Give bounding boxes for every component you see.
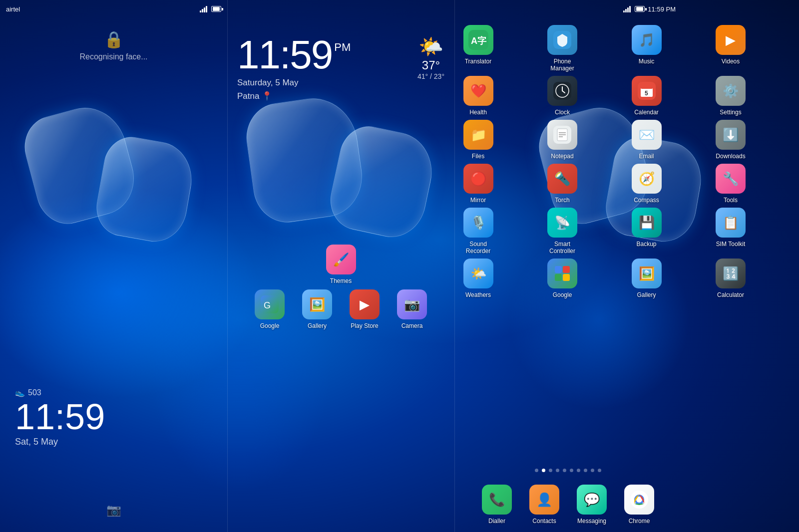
sound-recorder-label: Sound Recorder (459, 241, 497, 255)
lock-date: Sat, 5 May (15, 437, 105, 447)
signal-icon-middle (623, 5, 631, 12)
email-icon: ✉️ (632, 120, 662, 150)
camera-label: Camera (401, 322, 423, 329)
app-downloads[interactable]: ⬇️ Downloads (712, 120, 750, 160)
app-google[interactable]: G Google (251, 289, 289, 329)
clock-date: Saturday, 5 May (237, 78, 351, 88)
clock-minute: 59 (290, 32, 332, 77)
app-themes[interactable]: 🖌️ Themes (322, 245, 360, 284)
settings-label: Settings (720, 109, 741, 116)
weather-icon: 🌤️ (417, 35, 444, 58)
app-settings[interactable]: ⚙️ Settings (712, 76, 750, 116)
app-videos[interactable]: ▶ Videos (712, 25, 750, 72)
panel-divider-1 (227, 0, 228, 532)
app-google-2[interactable]: Google (544, 259, 581, 298)
calculator-label: Calculator (717, 291, 744, 298)
app-clock[interactable]: Clock (544, 76, 581, 116)
app-torch[interactable]: 🔦 Torch (544, 164, 581, 204)
music-label: Music (639, 58, 654, 65)
health-label: Health (469, 109, 487, 116)
sim-toolkit-label: SIM Toolkit (716, 241, 745, 248)
health-icon: ❤️ (463, 76, 493, 106)
steps-info: 👟 503 (15, 388, 41, 397)
torch-icon: 🔦 (547, 164, 577, 194)
svg-rect-23 (563, 266, 570, 273)
middle-apps: 🖌️ Themes G Google 🖼️ Gallery ▶ Play Sto… (251, 245, 431, 329)
files-label: Files (472, 153, 484, 160)
downloads-icon: ⬇️ (716, 120, 746, 150)
gallery-2-icon: 🖼️ (632, 259, 662, 288)
app-phone-manager[interactable]: Phone Manager (544, 25, 581, 72)
app-tools[interactable]: 🔧 Tools (712, 164, 750, 204)
app-sound-recorder[interactable]: 🎙️ Sound Recorder (459, 208, 497, 255)
steps-count: 503 (28, 388, 41, 397)
app-smart-controller[interactable]: 📡 Smart Controller (544, 208, 581, 255)
mirror-icon: 🔴 (463, 164, 493, 194)
svg-text:A字: A字 (471, 35, 487, 46)
notepad-label: Notepad (551, 153, 573, 160)
app-notepad[interactable]: Notepad (544, 120, 581, 160)
compass-label: Compass (634, 197, 659, 204)
camera-icon-lock[interactable]: 📷 (106, 503, 121, 517)
location-pin-icon: 📍 (262, 91, 272, 101)
themes-icon: 🖌️ (326, 245, 356, 274)
app-translator[interactable]: A字 Translator (459, 25, 497, 72)
app-compass[interactable]: 🧭 Compass (628, 164, 665, 204)
torch-label: Torch (555, 197, 569, 204)
svg-text:G: G (264, 300, 271, 310)
carrier-name: airtel (6, 5, 20, 13)
carrier-left: airtel (6, 5, 114, 13)
lock-big-time: 11:59 (15, 399, 105, 435)
status-middle-right: 11:59 PM (568, 5, 676, 13)
app-files[interactable]: 📁 Files (459, 120, 497, 160)
gallery-2-label: Gallery (637, 291, 656, 298)
status-bar-left: airtel (0, 0, 227, 18)
app-gallery[interactable]: 🖼️ Gallery (299, 289, 336, 329)
app-sim-toolkit[interactable]: 📋 SIM Toolkit (712, 208, 750, 255)
calendar-icon: 5 (632, 76, 662, 106)
videos-label: Videos (722, 58, 740, 65)
themes-label: Themes (330, 277, 352, 284)
translator-label: Translator (465, 58, 492, 65)
app-playstore[interactable]: ▶ Play Store (346, 289, 384, 329)
email-label: Email (639, 153, 654, 160)
recognizing-text: Recognising face... (79, 52, 147, 61)
app-backup[interactable]: 💾 Backup (628, 208, 665, 255)
compass-icon: 🧭 (632, 164, 662, 194)
status-icons-left (114, 5, 222, 12)
weather-icon-app: 🌤️ (463, 259, 493, 288)
battery-icon (211, 6, 221, 12)
app-camera[interactable]: 📷 Camera (394, 289, 431, 329)
svg-text:5: 5 (645, 90, 648, 97)
status-bar-middle: 11:59 PM (454, 0, 682, 18)
tools-icon: 🔧 (716, 164, 746, 194)
steps-icon: 👟 (15, 388, 25, 397)
clock-colon: : (280, 32, 290, 77)
app-email[interactable]: ✉️ Email (628, 120, 665, 160)
app-gallery-2[interactable]: 🖼️ Gallery (628, 259, 665, 298)
mirror-label: Mirror (470, 197, 486, 204)
tools-label: Tools (724, 197, 738, 204)
lock-time-widget: 11:59 Sat, 5 May (15, 399, 105, 447)
app-mirror[interactable]: 🔴 Mirror (459, 164, 497, 204)
app-music[interactable]: 🎵 Music (628, 25, 665, 72)
svg-rect-22 (555, 266, 562, 273)
videos-icon: ▶ (716, 25, 746, 55)
camera-icon: 📷 (397, 289, 427, 319)
app-calculator[interactable]: 🔢 Calculator (712, 259, 750, 298)
clock-icon (547, 76, 577, 106)
app-weather[interactable]: 🌤️ Weathers (459, 259, 497, 298)
clock-hour: 11 (237, 32, 280, 77)
app-calendar[interactable]: 5 Calendar (628, 76, 665, 116)
weather-label: Weathers (465, 291, 491, 298)
weather-widget: 🌤️ 37° 41° / 23° (417, 35, 444, 80)
time-middle: 11:59 PM (648, 5, 676, 13)
sim-toolkit-icon: 📋 (716, 208, 746, 238)
google-icon: G (255, 289, 285, 319)
svg-rect-24 (555, 274, 562, 281)
app-grid-right: A字 Translator Phone Manager 🎵 Music ▶ Vi… (454, 20, 799, 303)
middle-app-row-2: G Google 🖼️ Gallery ▶ Play Store 📷 Camer… (251, 289, 431, 329)
app-health[interactable]: ❤️ Health (459, 76, 497, 116)
clock-label: Clock (555, 109, 570, 116)
music-icon: 🎵 (632, 25, 662, 55)
